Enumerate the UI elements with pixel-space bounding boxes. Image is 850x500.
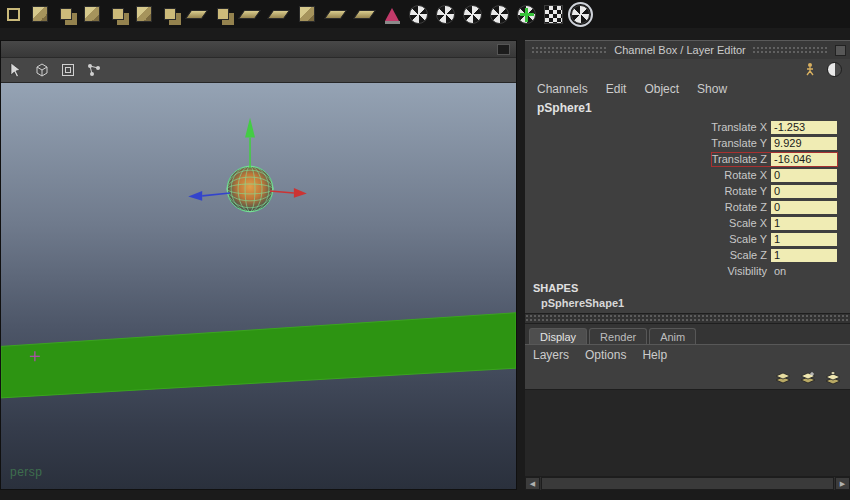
frame-selection-icon[interactable]	[59, 61, 77, 79]
channel-box-panel: Channel Box / Layer Editor Channels Edit…	[525, 40, 850, 490]
channel-label[interactable]: Translate Y	[711, 137, 771, 149]
hyperbolic-mode-icon[interactable]	[827, 62, 842, 77]
channel-row: Scale Y 1	[525, 231, 850, 247]
new-empty-layer-icon[interactable]	[799, 370, 817, 385]
channel-label[interactable]: Rotate Z	[725, 201, 771, 213]
menu-options[interactable]: Options	[585, 348, 626, 362]
poly-tool-options-icon[interactable]	[7, 8, 20, 21]
shapes-header: SHAPES	[533, 281, 850, 296]
viewport-panel[interactable]: persp	[0, 40, 517, 490]
share-nodes-icon[interactable]	[85, 61, 103, 79]
soft-mod-deformer-icon[interactable]	[385, 8, 399, 21]
channel-row: Visibility on	[525, 263, 850, 279]
poly-extrude-icon[interactable]	[60, 8, 72, 20]
viewport-menu-icon[interactable]	[497, 44, 510, 55]
isolate-select-icon[interactable]	[33, 61, 51, 79]
channel-value-field[interactable]: 0	[771, 201, 837, 214]
camera-label: persp	[10, 465, 43, 479]
move-layer-icon[interactable]	[774, 370, 792, 385]
uv-texture-box-icon[interactable]	[544, 5, 563, 24]
channel-row: Rotate X 0	[525, 167, 850, 183]
poly-cube-icon[interactable]	[32, 6, 48, 22]
poly-reduce-icon[interactable]	[324, 10, 347, 19]
manipulator-speed-icon[interactable]	[801, 60, 819, 78]
object-name[interactable]: pSphere1	[525, 99, 850, 117]
scrollbar-thumb[interactable]	[541, 477, 834, 490]
uv-checker-apply-icon[interactable]	[517, 5, 536, 24]
menu-edit[interactable]: Edit	[606, 82, 627, 96]
menu-object[interactable]: Object	[644, 82, 679, 96]
poly-multi-cut-icon[interactable]	[267, 10, 290, 19]
channel-value-field[interactable]: on	[771, 265, 837, 278]
layer-editor-tabs: Display Render Anim	[525, 324, 850, 345]
poly-combine-icon[interactable]	[84, 6, 100, 22]
uv-checker-4-icon[interactable]	[490, 5, 509, 24]
channel-box-titlebar[interactable]: Channel Box / Layer Editor	[525, 41, 850, 59]
horizontal-scrollbar[interactable]: ◀ ▶	[525, 476, 850, 490]
scroll-left-button[interactable]: ◀	[525, 477, 540, 490]
scene-render	[1, 83, 516, 489]
tab-anim[interactable]: Anim	[649, 328, 696, 344]
channel-row: Scale X 1	[525, 215, 850, 231]
panel-splitter[interactable]	[525, 313, 850, 324]
scroll-right-button[interactable]: ▶	[835, 477, 850, 490]
viewport-scene[interactable]: persp	[1, 83, 516, 489]
channel-value-field[interactable]: 1	[771, 249, 837, 262]
layer-editor-menubar: Layers Options Help	[525, 345, 850, 365]
viewport-icon-bar	[1, 58, 516, 83]
poly-plane-icon[interactable]	[185, 10, 208, 19]
channel-value-field[interactable]: 0	[771, 169, 837, 182]
tab-display[interactable]: Display	[529, 328, 587, 344]
panel-title: Channel Box / Layer Editor	[614, 44, 745, 56]
channel-value-field[interactable]: 0	[771, 185, 837, 198]
channel-row-highlighted: Translate Z -16.046	[525, 151, 850, 167]
channel-value-field[interactable]: -1.253	[771, 121, 837, 134]
channel-value-field[interactable]: 1	[771, 217, 837, 230]
select-tool-icon[interactable]	[7, 61, 25, 79]
channel-list: Translate X -1.253 Translate Y 9.929 Tra…	[525, 117, 850, 279]
panel-menu-icon[interactable]	[835, 45, 846, 56]
layer-buttons-row	[525, 365, 850, 389]
sky-gradient	[1, 83, 516, 489]
poly-bridge-icon[interactable]	[164, 8, 176, 20]
channel-label[interactable]: Scale Z	[730, 249, 771, 261]
shape-name[interactable]: pSphereShape1	[533, 296, 850, 311]
menu-show[interactable]: Show	[697, 82, 727, 96]
poly-quad-draw-icon[interactable]	[238, 10, 261, 19]
poly-mirror-icon[interactable]	[217, 8, 229, 20]
channel-label[interactable]: Translate Z	[712, 153, 771, 165]
channel-row: Translate Y 9.929	[525, 135, 850, 151]
poly-bevel-icon[interactable]	[136, 6, 152, 22]
channel-value-field[interactable]: 1	[771, 233, 837, 246]
uv-checker-2-icon[interactable]	[436, 5, 455, 24]
maya-window: persp Channel Box / Layer Editor Channel…	[0, 0, 850, 500]
menu-layers[interactable]: Layers	[533, 348, 569, 362]
uv-checker-selected-icon[interactable]	[571, 5, 590, 24]
poly-smooth-icon[interactable]	[299, 6, 315, 22]
channel-label[interactable]: Translate X	[711, 121, 771, 133]
channel-row: Rotate Z 0	[525, 199, 850, 215]
channel-label[interactable]: Rotate Y	[724, 185, 771, 197]
uv-checker-1-icon[interactable]	[409, 5, 428, 24]
tab-render[interactable]: Render	[589, 328, 647, 344]
channel-box-icon-row	[525, 59, 850, 79]
shelf-toolbar	[0, 0, 850, 28]
layer-list-area[interactable]	[525, 389, 850, 476]
poly-separate-icon[interactable]	[112, 8, 124, 20]
drag-texture-right	[752, 46, 829, 55]
menu-channels[interactable]: Channels	[537, 82, 588, 96]
channel-row: Rotate Y 0	[525, 183, 850, 199]
channel-label[interactable]: Scale X	[729, 217, 771, 229]
channel-label[interactable]: Rotate X	[724, 169, 771, 181]
channel-value-field[interactable]: -16.046	[771, 153, 837, 166]
channel-row: Translate X -1.253	[525, 119, 850, 135]
poly-append-icon[interactable]	[353, 10, 376, 19]
channel-value-field[interactable]: 9.929	[771, 137, 837, 150]
channel-label[interactable]: Scale Y	[729, 233, 771, 245]
menu-help[interactable]: Help	[642, 348, 667, 362]
channel-box-menubar: Channels Edit Object Show	[525, 79, 850, 99]
new-layer-from-selected-icon[interactable]	[824, 370, 842, 385]
uv-checker-3-icon[interactable]	[463, 5, 482, 24]
drag-texture-left	[531, 46, 608, 55]
channel-label[interactable]: Visibility	[727, 265, 771, 277]
